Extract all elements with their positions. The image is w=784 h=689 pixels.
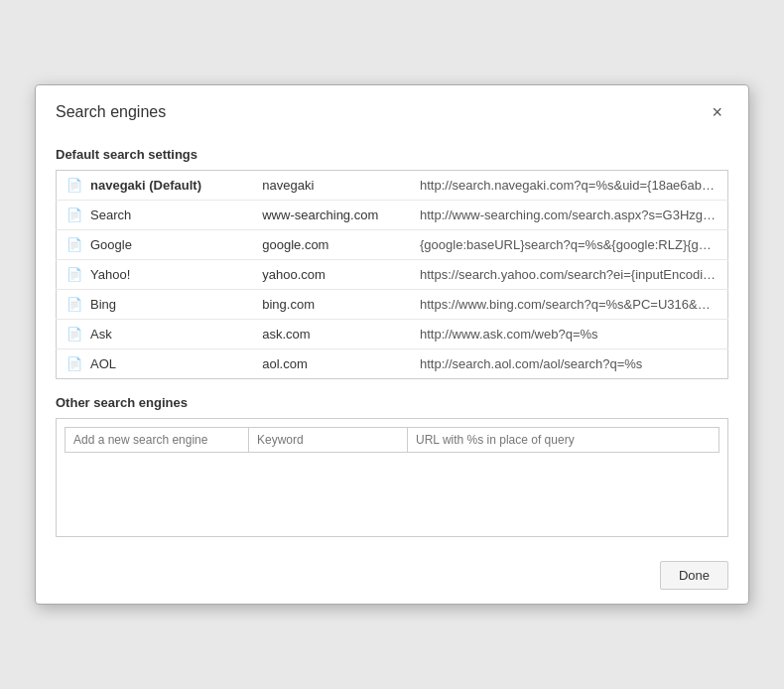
- engine-keyword: navegaki: [252, 171, 410, 201]
- engine-name-cell: 📄AOL: [57, 349, 253, 379]
- engine-url: https://search.yahoo.com/search?ei={inpu…: [410, 260, 728, 290]
- document-icon: 📄: [66, 237, 82, 252]
- done-button[interactable]: Done: [660, 561, 728, 590]
- default-section-title: Default search settings: [56, 147, 728, 162]
- engine-name-cell: 📄Search: [57, 201, 253, 230]
- other-section-title: Other search engines: [56, 395, 728, 410]
- engine-name: Bing: [90, 297, 116, 312]
- close-button[interactable]: ×: [706, 101, 728, 123]
- engine-name: AOL: [90, 356, 116, 371]
- engine-url: http://search.aol.com/aol/search?q=%s: [410, 349, 728, 379]
- engine-name: Yahoo!: [90, 267, 130, 282]
- engine-row[interactable]: 📄AOLaol.comhttp://search.aol.com/aol/sea…: [57, 349, 728, 379]
- engine-row[interactable]: 📄navegaki (Default)navegakihttp://search…: [57, 171, 728, 201]
- engine-url: http://www-searching.com/search.aspx?s=G…: [410, 201, 728, 230]
- engine-row[interactable]: 📄Googlegoogle.com{google:baseURL}search?…: [57, 230, 728, 260]
- engine-url: {google:baseURL}search?q=%s&{google:RLZ}…: [410, 230, 728, 260]
- engine-name-cell: 📄Google: [57, 230, 253, 260]
- default-engines-table: 📄navegaki (Default)navegakihttp://search…: [56, 170, 728, 379]
- engine-keyword: google.com: [252, 230, 410, 260]
- engine-row[interactable]: 📄Askask.comhttp://www.ask.com/web?q=%s: [57, 320, 728, 349]
- document-icon: 📄: [66, 356, 82, 371]
- engine-name: Ask: [90, 327, 112, 342]
- dialog-title: Search engines: [56, 103, 166, 121]
- engine-row[interactable]: 📄Yahoo!yahoo.comhttps://search.yahoo.com…: [57, 260, 728, 290]
- document-icon: 📄: [66, 178, 82, 193]
- engine-keyword: aol.com: [252, 349, 410, 379]
- engine-name-cell: 📄Yahoo!: [57, 260, 253, 290]
- engine-keyword: www-searching.com: [252, 201, 410, 230]
- search-engines-dialog: Search engines × Default search settings…: [35, 84, 749, 605]
- engine-name: navegaki (Default): [90, 178, 201, 193]
- document-icon: 📄: [66, 297, 82, 312]
- dialog-body: Default search settings 📄navegaki (Defau…: [36, 131, 748, 553]
- engine-url: http://www.ask.com/web?q=%s: [410, 320, 728, 349]
- add-engine-url-input[interactable]: [407, 427, 719, 453]
- engine-row[interactable]: 📄Bingbing.comhttps://www.bing.com/search…: [57, 290, 728, 320]
- engine-row[interactable]: 📄Searchwww-searching.comhttp://www-searc…: [57, 201, 728, 230]
- document-icon: 📄: [66, 207, 82, 222]
- add-engine-keyword-input[interactable]: [248, 427, 407, 453]
- engine-keyword: ask.com: [252, 320, 410, 349]
- add-engine-name-input[interactable]: [65, 427, 248, 453]
- engine-url: https://www.bing.com/search?q=%s&PC=U316…: [410, 290, 728, 320]
- engine-name: Search: [90, 207, 131, 222]
- add-engine-row: [65, 427, 719, 453]
- engine-keyword: yahoo.com: [252, 260, 410, 290]
- document-icon: 📄: [66, 267, 82, 282]
- engine-keyword: bing.com: [252, 290, 410, 320]
- engine-name-cell: 📄Bing: [57, 290, 253, 320]
- engine-url: http://search.navegaki.com?q=%s&uid={18a…: [410, 171, 728, 201]
- document-icon: 📄: [66, 327, 82, 342]
- engine-name: Google: [90, 237, 132, 252]
- dialog-header: Search engines ×: [36, 85, 748, 131]
- engine-name-cell: 📄navegaki (Default): [57, 171, 253, 201]
- engine-name-cell: 📄Ask: [57, 320, 253, 349]
- dialog-footer: Done: [36, 553, 748, 604]
- other-engines-box: [56, 418, 728, 537]
